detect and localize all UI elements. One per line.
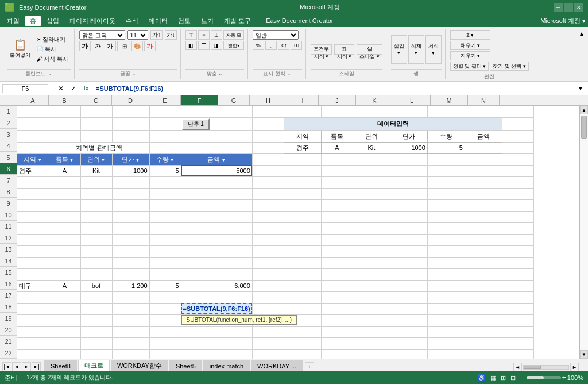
cell-a1[interactable]	[17, 106, 49, 117]
cell-j14[interactable]	[353, 257, 390, 268]
cell-i6[interactable]	[321, 165, 353, 176]
increase-decimal-button[interactable]: .0↑	[278, 41, 289, 50]
cell-e14[interactable]	[149, 257, 181, 268]
decrease-font-button[interactable]: 가↓	[165, 30, 177, 40]
zoom-in-button[interactable]: +	[562, 374, 566, 382]
cell-b9[interactable]	[49, 199, 80, 211]
cell-j12[interactable]	[353, 234, 390, 245]
rnum-6[interactable]: 6	[0, 163, 17, 175]
cell-m16[interactable]	[465, 280, 502, 291]
cell-a7[interactable]	[17, 176, 49, 188]
cell-k9[interactable]	[390, 199, 427, 211]
cell-l19[interactable]	[427, 314, 465, 326]
cell-h3[interactable]: 지역	[284, 130, 321, 142]
align-bottom-button[interactable]: ⊥	[211, 30, 222, 40]
cell-f12[interactable]	[181, 234, 252, 245]
cell-n2[interactable]	[502, 117, 533, 130]
cell-n16[interactable]	[502, 280, 533, 291]
cell-a11[interactable]	[17, 222, 49, 234]
cell-b3[interactable]	[49, 130, 80, 142]
cell-m1[interactable]	[465, 106, 502, 117]
cell-e1[interactable]	[149, 106, 181, 117]
cell-e11[interactable]	[149, 222, 181, 234]
cell-n14[interactable]	[502, 257, 533, 268]
cell-e18[interactable]	[149, 303, 181, 314]
cell-a14[interactable]	[17, 257, 49, 268]
cell-b21[interactable]	[49, 337, 80, 349]
autosum-button[interactable]: Σ ▾	[450, 30, 490, 40]
border-button[interactable]: ⊞	[119, 41, 130, 51]
col-hdr-d[interactable]: D	[112, 95, 149, 105]
tab-prev-button[interactable]: ◄	[12, 362, 21, 371]
cell-m21[interactable]	[465, 337, 502, 349]
cell-i12[interactable]	[321, 234, 353, 245]
cell-c2[interactable]	[80, 117, 112, 130]
align-top-button[interactable]: ⊤	[185, 30, 197, 40]
col-hdr-f[interactable]: F	[181, 95, 218, 105]
cell-e12[interactable]	[149, 234, 181, 245]
cell-e8[interactable]	[149, 188, 181, 199]
fill-button[interactable]: 채우기 ▾	[450, 41, 490, 50]
cell-i7[interactable]	[321, 176, 353, 188]
cell-m14[interactable]	[465, 257, 502, 268]
col-hdr-k[interactable]: K	[356, 95, 393, 105]
cell-i14[interactable]	[321, 257, 353, 268]
cell-c10[interactable]	[80, 211, 112, 222]
cell-a22[interactable]	[17, 349, 49, 359]
formula-input[interactable]: =SUBTOTAL(9,F6:F16)	[94, 85, 573, 93]
align-middle-button[interactable]: ≡	[198, 30, 210, 40]
rnum-15[interactable]: 15	[0, 267, 17, 278]
cell-g13[interactable]	[252, 245, 284, 257]
cell-f11[interactable]	[181, 222, 252, 234]
cell-i5[interactable]	[321, 153, 353, 165]
cell-j22[interactable]	[353, 349, 390, 359]
cell-n5[interactable]	[502, 153, 533, 165]
zoom-slider[interactable]	[527, 376, 561, 379]
cell-b11[interactable]	[49, 222, 80, 234]
formula-expand-button[interactable]: ▼	[575, 83, 586, 94]
cell-e21[interactable]	[149, 337, 181, 349]
cell-f5[interactable]: 금액▼	[181, 153, 252, 165]
cell-k15[interactable]	[390, 268, 427, 280]
sort-filter-button[interactable]: 정렬 및 필터 ▾	[450, 62, 489, 71]
rnum-2[interactable]: 2	[0, 117, 17, 129]
cell-a9[interactable]	[17, 199, 49, 211]
cell-f15[interactable]	[181, 268, 252, 280]
cell-i16[interactable]	[321, 280, 353, 291]
rnum-16[interactable]: 16	[0, 278, 17, 290]
increase-font-button[interactable]: 가↑	[150, 30, 163, 40]
cell-a15[interactable]	[17, 268, 49, 280]
cell-n18[interactable]	[502, 303, 533, 314]
cell-l13[interactable]	[427, 245, 465, 257]
cell-n22[interactable]	[502, 349, 533, 359]
cell-l17[interactable]	[427, 291, 465, 303]
cell-k21[interactable]	[390, 337, 427, 349]
cell-n21[interactable]	[502, 337, 533, 349]
insert-cell-button[interactable]: 삽입▾	[391, 35, 407, 64]
underline-button[interactable]: 가	[105, 41, 116, 51]
cell-k11[interactable]	[390, 222, 427, 234]
cell-n1[interactable]	[502, 106, 533, 117]
select-all-corner[interactable]	[0, 95, 17, 105]
cell-n17[interactable]	[502, 291, 533, 303]
cell-e20[interactable]	[149, 326, 181, 337]
cell-h15[interactable]	[284, 268, 321, 280]
cell-i4[interactable]: A	[321, 142, 353, 153]
cell-f20[interactable]	[181, 326, 252, 337]
menu-file[interactable]: 파일	[2, 16, 24, 26]
rnum-8[interactable]: 8	[0, 186, 17, 198]
cell-j15[interactable]	[353, 268, 390, 280]
cell-f14[interactable]	[181, 257, 252, 268]
cell-g22[interactable]	[252, 349, 284, 359]
cell-b4[interactable]: 지역별 판매금액	[49, 142, 149, 153]
cell-h8[interactable]	[284, 188, 321, 199]
cell-d18[interactable]	[112, 303, 149, 314]
cell-e15[interactable]	[149, 268, 181, 280]
cell-b15[interactable]	[49, 268, 80, 280]
cell-i19[interactable]	[321, 314, 353, 326]
cell-n9[interactable]	[502, 199, 533, 211]
cell-j5[interactable]	[353, 153, 390, 165]
tab-first-button[interactable]: |◄	[2, 362, 11, 371]
cell-l11[interactable]	[427, 222, 465, 234]
cell-d19[interactable]	[112, 314, 149, 326]
